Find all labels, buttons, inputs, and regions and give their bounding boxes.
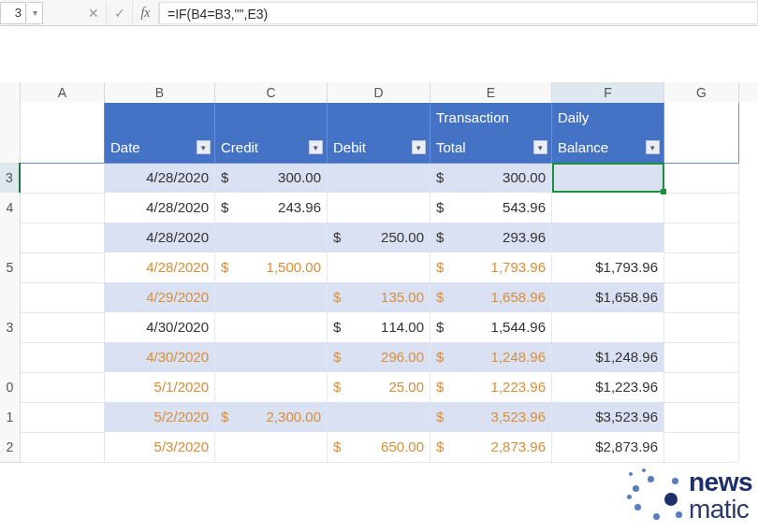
cell-empty[interactable] (21, 282, 105, 313)
cancel-formula-icon[interactable]: ✕ (80, 2, 107, 24)
cell-balance[interactable] (552, 312, 664, 343)
cell[interactable] (328, 402, 430, 433)
cell[interactable]: $543.96 (430, 193, 552, 223)
cell[interactable] (215, 282, 328, 313)
cell[interactable]: $3,523.96 (430, 402, 552, 433)
cell-balance[interactable]: $3,523.96 (552, 402, 664, 433)
select-all-triangle[interactable] (0, 82, 21, 105)
cell-empty[interactable] (21, 312, 105, 343)
cell[interactable]: $296.00 (328, 342, 430, 373)
cell[interactable]: $1,544.96 (430, 312, 552, 343)
cell[interactable] (215, 342, 328, 373)
cell-empty[interactable] (664, 312, 739, 343)
cell-empty[interactable] (664, 372, 739, 403)
row-header[interactable] (0, 342, 21, 373)
cell-date[interactable]: 5/1/2020 (105, 372, 215, 403)
cell-empty[interactable] (21, 193, 105, 223)
row-header[interactable]: 3 (0, 312, 21, 343)
col-header-G[interactable]: G (664, 82, 739, 105)
row-header[interactable]: 4 (0, 193, 21, 223)
filter-dropdown-icon[interactable]: ▾ (309, 140, 323, 154)
cell-date[interactable]: 4/28/2020 (105, 193, 215, 223)
filter-dropdown-icon[interactable]: ▾ (197, 140, 211, 154)
cell[interactable]: $135.00 (328, 282, 430, 313)
cell-date[interactable]: 4/29/2020 (105, 282, 215, 313)
col-header-F[interactable]: F (552, 82, 664, 105)
cell-empty[interactable] (21, 163, 105, 194)
cell-empty[interactable] (21, 103, 105, 134)
cell-empty[interactable] (664, 252, 739, 283)
row-header[interactable]: 5 (0, 252, 21, 283)
cell-balance[interactable] (552, 163, 664, 194)
cell-empty[interactable] (21, 432, 105, 463)
cell-empty[interactable] (664, 282, 739, 313)
cell-balance[interactable]: $1,248.96 (552, 342, 664, 373)
cell-empty[interactable] (21, 342, 105, 373)
cell[interactable] (328, 163, 430, 194)
cell-balance[interactable] (552, 193, 664, 223)
row-header[interactable]: 0 (0, 372, 21, 403)
cell-date[interactable]: 4/30/2020 (105, 312, 215, 343)
cell[interactable]: $1,793.96 (430, 252, 552, 283)
cell-date[interactable]: 4/30/2020 (105, 342, 215, 373)
cell[interactable]: $2,300.00 (215, 402, 328, 433)
table-header-total[interactable]: Total▾ (430, 133, 552, 164)
cell[interactable]: $1,500.00 (215, 252, 328, 283)
cell[interactable] (215, 312, 328, 343)
cell[interactable]: $2,873.96 (430, 432, 552, 463)
cell[interactable] (215, 223, 328, 253)
col-header-B[interactable]: B (105, 82, 215, 105)
cell-date[interactable]: 5/3/2020 (105, 432, 215, 463)
name-box[interactable]: 3 (0, 2, 26, 24)
table-header-balance[interactable]: Balance▾ (552, 133, 664, 164)
table-header-debit[interactable]: Debit▾ (328, 133, 430, 164)
cell-empty[interactable] (664, 402, 739, 433)
row-header[interactable]: 3 (0, 163, 21, 194)
formula-input[interactable]: =IF(B4=B3,"",E3) (159, 2, 758, 24)
cell[interactable]: $25.00 (328, 372, 430, 403)
cell[interactable]: $250.00 (328, 223, 430, 253)
cell[interactable] (328, 252, 430, 283)
cell[interactable] (328, 193, 430, 223)
cell-empty[interactable] (664, 342, 739, 373)
row-header[interactable] (0, 133, 21, 164)
cell[interactable]: $1,223.96 (430, 372, 552, 403)
cell-empty[interactable] (664, 193, 739, 223)
cell-date[interactable]: 5/2/2020 (105, 402, 215, 433)
col-header-D[interactable]: D (328, 82, 430, 105)
cell-empty[interactable] (664, 223, 739, 253)
cell-empty[interactable] (21, 252, 105, 283)
insert-function-icon[interactable]: fx (133, 2, 159, 24)
table-header-date[interactable]: Date▾ (105, 133, 215, 164)
row-header[interactable] (0, 282, 21, 313)
row-header[interactable] (0, 103, 21, 134)
cell[interactable]: $1,248.96 (430, 342, 552, 373)
cell-balance[interactable]: $1,223.96 (552, 372, 664, 403)
cell-balance[interactable]: $1,658.96 (552, 282, 664, 313)
cell-empty[interactable] (21, 223, 105, 253)
cell-empty[interactable] (664, 133, 739, 164)
filter-dropdown-icon[interactable]: ▾ (646, 140, 660, 154)
cell[interactable]: $293.96 (430, 223, 552, 253)
cell[interactable] (215, 432, 328, 463)
filter-dropdown-icon[interactable]: ▾ (412, 140, 426, 154)
cell[interactable]: $114.00 (328, 312, 430, 343)
cell[interactable]: $650.00 (328, 432, 430, 463)
enter-formula-icon[interactable]: ✓ (107, 2, 133, 24)
row-header[interactable]: 1 (0, 402, 21, 433)
filter-dropdown-icon[interactable]: ▾ (533, 140, 547, 154)
cell-empty[interactable] (21, 133, 105, 164)
row-header[interactable] (0, 223, 21, 253)
cell-date[interactable]: 4/28/2020 (105, 223, 215, 253)
cell-balance[interactable] (552, 223, 664, 253)
cell-date[interactable]: 4/28/2020 (105, 252, 215, 283)
name-box-dropdown[interactable]: ▾ (28, 2, 43, 24)
table-header-credit[interactable]: Credit▾ (215, 133, 328, 164)
cell-balance[interactable]: $2,873.96 (552, 432, 664, 463)
col-header-C[interactable]: C (215, 82, 328, 105)
cell-empty[interactable] (21, 372, 105, 403)
cell-empty[interactable] (21, 402, 105, 433)
cell-empty[interactable] (664, 432, 739, 463)
cell-empty[interactable] (664, 163, 739, 194)
row-header[interactable]: 2 (0, 432, 21, 463)
